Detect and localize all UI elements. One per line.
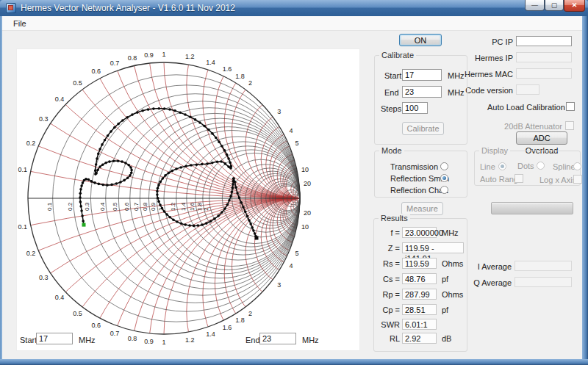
mode-group: Mode TransmissionReflection SmithReflect… (374, 151, 467, 198)
smith-chart: 0.10.10.20.20.30.30.40.40.50.50.60.60.70… (17, 49, 359, 350)
svg-text:1.2: 1.2 (185, 53, 195, 60)
sweep-start-label: Start (20, 336, 37, 344)
menu-bar: File (2, 16, 582, 31)
sweep-end-unit: MHz (302, 336, 319, 344)
results-row-field[interactable]: 48.76 (402, 273, 437, 284)
log-x-axis-label: Log x Axis (539, 176, 576, 184)
menu-file[interactable]: File (8, 16, 32, 31)
q-average-field (514, 277, 572, 287)
calibrate-steps-input[interactable] (402, 102, 428, 114)
svg-text:3: 3 (277, 281, 281, 289)
svg-text:0.4: 0.4 (99, 202, 106, 211)
calibrate-end-input[interactable] (402, 86, 442, 98)
results-row-unit: pf (442, 306, 448, 314)
auto-load-calibration-checkbox[interactable] (566, 102, 575, 111)
sweep-start-unit: MHz (79, 336, 96, 344)
mode-option-radio[interactable] (440, 186, 448, 194)
svg-text:0.4: 0.4 (55, 294, 65, 301)
svg-text:0.6: 0.6 (123, 202, 130, 211)
svg-text:0.4: 0.4 (55, 95, 65, 103)
hermes-ip-field (516, 52, 572, 62)
svg-text:0.9: 0.9 (150, 202, 157, 211)
svg-text:20: 20 (304, 209, 311, 217)
svg-text:0.8: 0.8 (128, 335, 137, 342)
svg-text:1.6: 1.6 (189, 202, 196, 211)
adc-overload-button[interactable]: ADC Overload (516, 131, 567, 145)
display-dots-label: Dots (517, 162, 534, 170)
application-window: Hermes Vector Network Analyser - V1.6.0 … (0, 0, 588, 365)
results-row-field[interactable]: 119.59 - j141.91 (402, 242, 464, 253)
results-row-label: SWR (376, 320, 400, 329)
svg-text:0.3: 0.3 (39, 115, 49, 123)
results-row-label: Rs = (376, 259, 400, 268)
svg-text:0.1: 0.1 (46, 202, 53, 211)
svg-text:4: 4 (289, 262, 293, 270)
i-average-label: I Average (473, 262, 512, 271)
sweep-start-input[interactable] (36, 333, 73, 344)
svg-text:20: 20 (304, 180, 311, 187)
svg-text:0.1: 0.1 (18, 223, 28, 231)
results-row-unit: Ohms (442, 290, 463, 299)
attenuator-label: 20dB Attenuator (502, 122, 562, 131)
display-line-radio (498, 162, 506, 170)
hermes-mac-field (516, 68, 572, 79)
svg-text:0.3: 0.3 (84, 202, 90, 211)
smith-chart-panel: 0.10.10.20.20.30.30.40.40.50.50.60.60.70… (16, 48, 360, 351)
calibrate-button: Calibrate (402, 122, 444, 135)
display-spline-radio (573, 162, 581, 170)
results-row-field[interactable]: 119.59 (402, 258, 437, 269)
svg-text:0.7: 0.7 (110, 330, 120, 337)
close-button[interactable]: ✕ (564, 0, 585, 12)
mode-option-label: Transmission (390, 162, 438, 171)
svg-text:4: 4 (289, 127, 293, 134)
results-group: Results f =23.000000MHzZ =119.59 - j141.… (373, 218, 467, 352)
mode-option-radio[interactable] (440, 174, 448, 182)
svg-text:1: 1 (162, 51, 165, 58)
client-area: File 0.10.10.20.20.30.30.40.40.50.50.60.… (2, 16, 582, 359)
log-x-axis-checkbox (573, 175, 582, 184)
display-spline-label: Spline (553, 162, 576, 171)
svg-text:0.2: 0.2 (26, 250, 36, 257)
results-row-field[interactable]: 23.000000 (402, 227, 437, 238)
results-row-field[interactable]: 287.99 (402, 289, 437, 300)
mode-option-radio[interactable] (440, 162, 448, 170)
titlebar[interactable]: Hermes Vector Network Analyser - V1.6.0 … (0, 0, 588, 16)
calibrate-end-label: End (384, 88, 399, 97)
svg-text:1.6: 1.6 (223, 65, 232, 73)
svg-text:0.2: 0.2 (67, 202, 74, 211)
sweep-end-label: End (245, 336, 260, 344)
calibrate-end-unit: MHz (448, 88, 465, 97)
results-row-label: RL (376, 334, 400, 343)
results-row-field[interactable]: 6.01:1 (402, 319, 437, 330)
svg-text:5: 5 (295, 250, 298, 257)
results-row-unit: Ohms (442, 259, 463, 268)
svg-text:0.3: 0.3 (39, 274, 49, 281)
svg-text:0.6: 0.6 (92, 322, 101, 329)
svg-text:0.8: 0.8 (128, 54, 137, 62)
calibrate-group-title: Calibrate (379, 51, 416, 59)
maximize-button[interactable]: ▢ (545, 0, 564, 11)
on-button[interactable]: ON (399, 34, 442, 46)
svg-text:1.2: 1.2 (170, 202, 176, 211)
progress-bar (491, 202, 573, 214)
svg-text:1.4: 1.4 (180, 202, 187, 211)
svg-text:1.4: 1.4 (206, 330, 215, 338)
calibrate-start-input[interactable] (402, 69, 442, 81)
results-row-field[interactable]: 28.51 (402, 304, 437, 315)
i-average-field (514, 261, 572, 271)
svg-text:2: 2 (203, 207, 209, 211)
svg-text:1.6: 1.6 (223, 324, 232, 331)
display-line-label: Line (480, 162, 495, 171)
svg-text:0.9: 0.9 (144, 51, 154, 59)
svg-text:1.8: 1.8 (235, 317, 245, 324)
results-row-field[interactable]: 2.92 (402, 333, 437, 344)
auto-range-checkbox (514, 174, 523, 183)
results-row-unit: pf (442, 275, 448, 283)
results-group-title: Results (379, 214, 410, 223)
svg-text:1.8: 1.8 (235, 73, 245, 80)
sweep-end-input[interactable] (259, 333, 296, 344)
svg-text:1: 1 (162, 339, 165, 346)
pc-ip-input[interactable] (516, 36, 572, 46)
svg-text:3: 3 (277, 108, 281, 115)
minimize-button[interactable]: — (525, 0, 545, 11)
